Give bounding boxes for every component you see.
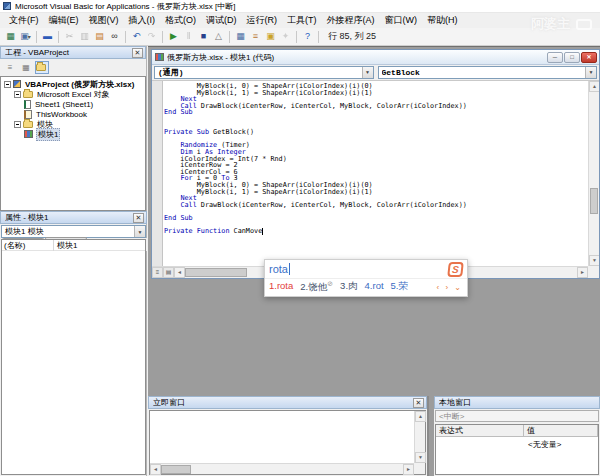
locals-column-header-0[interactable]: 表达式 bbox=[436, 425, 524, 437]
folder-icon bbox=[23, 91, 33, 98]
menu-item-4[interactable]: 格式(O) bbox=[160, 14, 201, 26]
scroll-down-icon[interactable]: ▼ bbox=[415, 452, 426, 463]
tree-item-module1-item[interactable]: 模块1 bbox=[1, 129, 145, 139]
locals-context-field: <中断> bbox=[435, 410, 599, 422]
immediate-content[interactable]: ▲ ▼ ◄ ► bbox=[149, 410, 426, 475]
object-dropdown[interactable]: (通用) ▼ bbox=[154, 66, 374, 79]
ime-candidate-3[interactable]: 3.肉 bbox=[340, 280, 357, 294]
menu-item-2[interactable]: 视图(V) bbox=[84, 14, 124, 26]
toolbar-separator bbox=[229, 31, 230, 43]
help-icon-glyph: ? bbox=[305, 32, 310, 41]
menu-item-3[interactable]: 插入(I) bbox=[124, 14, 161, 26]
object-browser-icon[interactable]: ▣ bbox=[263, 30, 278, 44]
scrollbar-thumb[interactable] bbox=[590, 188, 598, 214]
tree-expander-icon[interactable] bbox=[4, 81, 11, 88]
design-mode-icon[interactable]: △ bbox=[211, 30, 226, 44]
tree-item-thisworkbook-item[interactable]: ThisWorkbook bbox=[1, 109, 145, 119]
scroll-right-icon[interactable]: ► bbox=[577, 267, 588, 278]
undo-icon[interactable]: ↶ bbox=[129, 30, 144, 44]
reset-icon[interactable]: ■ bbox=[196, 30, 211, 44]
chevron-down-icon[interactable]: ▼ bbox=[134, 226, 145, 237]
immediate-vertical-scrollbar[interactable]: ▲ ▼ bbox=[414, 411, 425, 463]
copy-icon[interactable]: ▥ bbox=[77, 30, 92, 44]
sogou-logo-icon: S bbox=[447, 262, 464, 277]
tree-expander-icon[interactable] bbox=[14, 121, 21, 128]
code-window-titlebar[interactable]: 俄罗斯方块.xlsx - 模块1 (代码) ─ □ ✕ bbox=[152, 50, 599, 65]
tree-item-excel-objects-folder[interactable]: Microsoft Excel 对象 bbox=[1, 89, 145, 99]
find-icon[interactable]: ∞ bbox=[107, 30, 122, 44]
scrollbar-thumb[interactable] bbox=[161, 465, 191, 474]
close-button[interactable]: ✕ bbox=[581, 52, 597, 63]
code-editor[interactable]: MyBlock(i, 0) = ShapeArr(iColorIndex)(i)… bbox=[164, 83, 587, 278]
tree-item-modules-folder[interactable]: 模块 bbox=[1, 119, 145, 129]
ime-candidate-1[interactable]: 1.rota bbox=[269, 280, 293, 294]
menu-item-9[interactable]: 窗口(W) bbox=[380, 14, 423, 26]
properties-titlebar: 属性 - 模块1 ✕ bbox=[0, 211, 147, 224]
ime-candidate-2[interactable]: 2.饶他⊘ bbox=[300, 280, 333, 294]
scroll-up-icon[interactable]: ▲ bbox=[589, 81, 599, 92]
scroll-down-icon[interactable]: ▼ bbox=[589, 255, 599, 266]
insert-userform-icon[interactable]: ▣▾ bbox=[18, 30, 33, 44]
redo-icon[interactable]: ↷ bbox=[144, 30, 159, 44]
tree-item-sheet1-item[interactable]: Sheet1 (Sheet1) bbox=[1, 99, 145, 109]
scroll-left-icon[interactable]: ◄ bbox=[174, 267, 185, 278]
chevron-down-icon[interactable]: ▾ bbox=[28, 34, 31, 40]
code-margin-bar[interactable] bbox=[152, 81, 163, 278]
redo-icon-glyph: ↷ bbox=[148, 32, 156, 41]
save-icon[interactable]: ▬ bbox=[40, 30, 55, 44]
reset-icon-glyph: ■ bbox=[201, 32, 206, 41]
properties-window-icon[interactable]: ≡ bbox=[248, 30, 263, 44]
immediate-close-button[interactable]: ✕ bbox=[413, 398, 424, 408]
menu-item-6[interactable]: 运行(R) bbox=[242, 14, 283, 26]
break-icon[interactable]: ‖ bbox=[181, 30, 196, 44]
menu-item-7[interactable]: 工具(T) bbox=[282, 14, 322, 26]
toggle-folders-icon[interactable] bbox=[35, 61, 49, 74]
minimize-button[interactable]: ─ bbox=[547, 52, 563, 63]
window-title: Microsoft Visual Basic for Applications … bbox=[15, 1, 235, 12]
tree-item-label: ThisWorkbook bbox=[35, 110, 88, 119]
project-explorer-icon[interactable]: ▦ bbox=[233, 30, 248, 44]
menu-item-0[interactable]: 文件(F) bbox=[4, 14, 44, 26]
immediate-horizontal-scrollbar[interactable]: ◄ ► bbox=[150, 463, 414, 474]
properties-close-button[interactable]: ✕ bbox=[133, 213, 144, 223]
code-line bbox=[164, 208, 587, 215]
properties-grid: (名称)模块1 bbox=[1, 239, 146, 475]
full-module-view-button[interactable]: ▤ bbox=[163, 267, 174, 278]
break-icon-glyph: ‖ bbox=[187, 32, 191, 41]
tree-item-project-root[interactable]: VBAProject (俄罗斯方块.xlsx) bbox=[1, 79, 145, 89]
toolbar-separator bbox=[318, 31, 319, 43]
view-excel-icon[interactable]: ▦ bbox=[3, 30, 18, 44]
code-vertical-scrollbar[interactable]: ▲ ▼ bbox=[588, 81, 599, 266]
procedure-dropdown[interactable]: GetBlock ▼ bbox=[378, 66, 598, 79]
ime-caret bbox=[289, 263, 290, 275]
run-icon[interactable]: ▶ bbox=[166, 30, 181, 44]
chevron-down-icon[interactable]: ▼ bbox=[362, 67, 373, 78]
locals-column-header-1[interactable]: 值 bbox=[524, 425, 598, 437]
scroll-up-icon[interactable]: ▲ bbox=[415, 411, 426, 422]
menu-item-10[interactable]: 帮助(H) bbox=[422, 14, 463, 26]
paste-icon[interactable]: ▤ bbox=[92, 30, 107, 44]
cut-icon[interactable]: ✂ bbox=[62, 30, 77, 44]
scrollbar-thumb[interactable] bbox=[185, 268, 247, 277]
maximize-button[interactable]: □ bbox=[564, 52, 580, 63]
view-code-icon[interactable]: ≡ bbox=[3, 61, 17, 74]
ime-page-nav[interactable]: ‹ › ⌄ bbox=[437, 283, 463, 292]
ime-candidate-5[interactable]: 5.荣 bbox=[391, 280, 408, 294]
project-explorer-close-button[interactable]: ✕ bbox=[132, 48, 143, 58]
ime-candidate-4[interactable]: 4.rot bbox=[365, 280, 384, 294]
property-row[interactable]: (名称)模块1 bbox=[2, 240, 145, 251]
help-icon[interactable]: ? bbox=[300, 30, 315, 44]
view-object-icon[interactable]: ▦ bbox=[19, 61, 33, 74]
code-line: Call DrawBlock(iCenterRow, iCenterCol, M… bbox=[164, 103, 587, 110]
scroll-left-icon[interactable]: ◄ bbox=[150, 464, 161, 475]
menu-item-1[interactable]: 编辑(E) bbox=[44, 14, 84, 26]
code-editor-body: MyBlock(i, 0) = ShapeArr(iColorIndex)(i)… bbox=[152, 81, 599, 278]
scroll-right-icon[interactable]: ► bbox=[403, 464, 414, 475]
tree-expander-icon[interactable] bbox=[14, 91, 21, 98]
chevron-down-icon[interactable]: ▼ bbox=[585, 67, 596, 78]
menu-item-5[interactable]: 调试(D) bbox=[201, 14, 242, 26]
menu-item-8[interactable]: 外接程序(A) bbox=[322, 14, 380, 26]
procedure-view-button[interactable]: ≡ bbox=[152, 267, 163, 278]
view-excel-icon-glyph: ▦ bbox=[6, 32, 15, 41]
toolbox-icon[interactable]: ✦ bbox=[278, 30, 293, 44]
